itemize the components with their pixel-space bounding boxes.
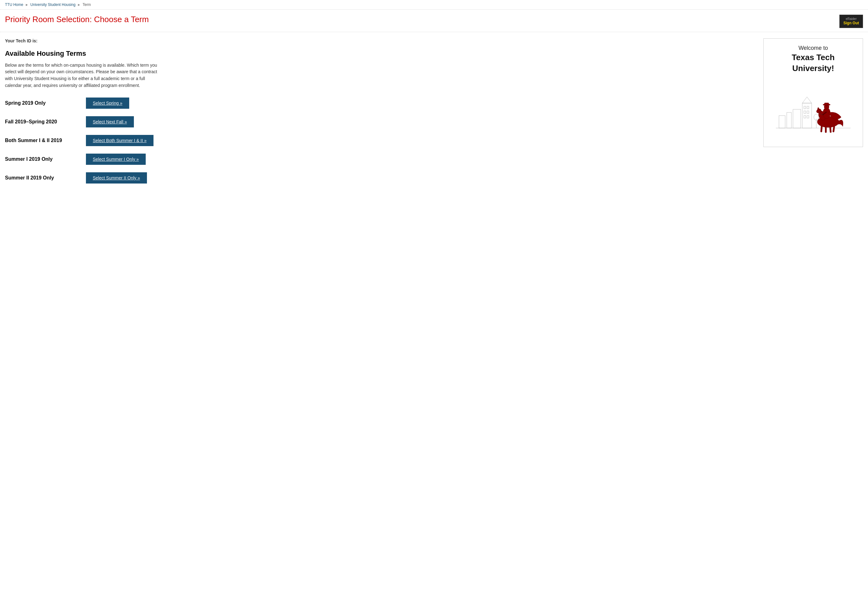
- svg-rect-1: [779, 116, 785, 128]
- welcome-line2: Texas Tech: [770, 53, 857, 62]
- svg-rect-21: [825, 126, 826, 133]
- term-row: Fall 2019–Spring 2020Select Next Fall »: [5, 116, 754, 127]
- breadcrumb-sep-1: ►: [25, 3, 29, 6]
- svg-rect-7: [807, 106, 809, 109]
- term-label-2: Both Summer I & II 2019: [5, 138, 77, 143]
- breadcrumb-term: Term: [82, 3, 91, 7]
- term-row: Spring 2019 OnlySelect Spring »: [5, 98, 754, 109]
- svg-rect-10: [804, 116, 806, 118]
- breadcrumb-sep-2: ►: [77, 3, 81, 6]
- term-row: Summer I 2019 OnlySelect Summer I Only »: [5, 154, 754, 165]
- tech-id-label: Your Tech ID is:: [5, 38, 754, 43]
- term-row: Summer II 2019 OnlySelect Summer II Only…: [5, 172, 754, 183]
- breadcrumb-ttu-home[interactable]: TTU Home: [5, 3, 23, 7]
- section-heading: Available Housing Terms: [5, 50, 754, 57]
- description-text: Below are the terms for which on-campus …: [5, 62, 161, 89]
- term-select-button-2[interactable]: Select Both Summer I & II »: [86, 135, 153, 146]
- svg-rect-8: [804, 111, 806, 113]
- svg-rect-6: [804, 106, 806, 109]
- term-label-3: Summer I 2019 Only: [5, 156, 77, 162]
- main-content: Your Tech ID is: Available Housing Terms…: [0, 32, 868, 197]
- svg-rect-20: [820, 126, 823, 132]
- svg-rect-3: [793, 109, 801, 128]
- svg-rect-27: [825, 103, 829, 105]
- term-select-button-0[interactable]: Select Spring »: [86, 98, 129, 109]
- term-select-button-4[interactable]: Select Summer II Only »: [86, 172, 147, 183]
- sign-out-label: Sign Out: [843, 21, 859, 25]
- welcome-line3: University!: [770, 64, 857, 73]
- eraider-label: eRaider: [843, 17, 859, 21]
- svg-rect-11: [807, 116, 809, 118]
- masked-rider-container: [770, 78, 857, 140]
- term-label-0: Spring 2019 Only: [5, 100, 77, 106]
- masked-rider-illustration: [776, 78, 851, 140]
- svg-rect-22: [829, 126, 832, 132]
- sign-out-button[interactable]: eRaider Sign Out: [839, 15, 863, 28]
- svg-rect-2: [787, 112, 791, 128]
- breadcrumb-housing[interactable]: University Student Housing: [31, 3, 76, 7]
- breadcrumb: TTU Home ► University Student Housing ► …: [0, 0, 868, 10]
- term-rows-container: Spring 2019 OnlySelect Spring »Fall 2019…: [5, 98, 754, 183]
- svg-rect-9: [807, 111, 809, 113]
- header-row: Priority Room Selection: Choose a Term e…: [0, 10, 868, 32]
- svg-marker-5: [802, 97, 812, 103]
- svg-marker-19: [817, 107, 820, 109]
- right-panel: Welcome to Texas Tech University!: [763, 38, 863, 191]
- term-label-1: Fall 2019–Spring 2020: [5, 119, 77, 124]
- term-label-4: Summer II 2019 Only: [5, 175, 77, 181]
- welcome-line1: Welcome to: [770, 45, 857, 51]
- term-row: Both Summer I & II 2019Select Both Summe…: [5, 135, 754, 146]
- term-select-button-3[interactable]: Select Summer I Only »: [86, 154, 146, 165]
- page-title: Priority Room Selection: Choose a Term: [5, 15, 149, 24]
- term-select-button-1[interactable]: Select Next Fall »: [86, 116, 134, 127]
- left-panel: Your Tech ID is: Available Housing Terms…: [5, 38, 754, 191]
- welcome-box: Welcome to Texas Tech University!: [763, 38, 863, 147]
